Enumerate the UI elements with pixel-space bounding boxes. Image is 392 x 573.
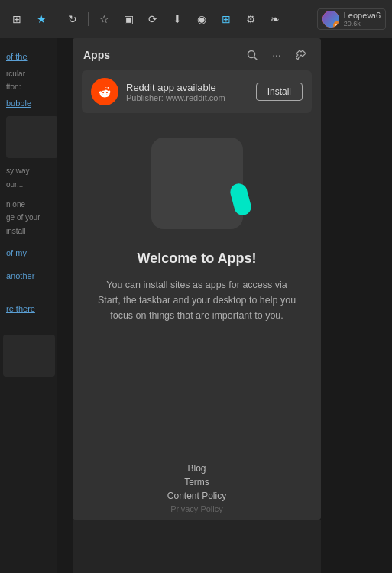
camera-icon[interactable]: ◉ [191,8,212,30]
welcome-description: You can install sites as apps for access… [98,277,296,323]
footer-terms-link[interactable]: Terms [184,477,209,487]
pin-icon[interactable] [292,46,310,64]
sidebar-link-4[interactable]: another [6,270,51,283]
illustration-pill [228,182,252,217]
history-icon[interactable]: ⟳ [142,8,164,30]
profile-name: Leopeva6 [344,11,381,20]
profile-badge[interactable]: ⚙ Leopeva6 20.6k [317,8,386,30]
apps-header-icons: ··· [243,46,310,64]
sidebar-text-6: ge of your [6,213,40,222]
grid-icon[interactable]: ⊞ [6,8,28,30]
install-button[interactable]: Install [256,83,303,101]
reddit-info: Reddit app available Publisher: www.redd… [126,82,248,102]
sidebar-text-3: sy way [6,167,30,175]
apps-panel: Apps ··· Reddit app avai [73,38,321,520]
extensions-icon[interactable]: ⚙ [240,8,261,30]
favorites-icon[interactable]: ☆ [93,8,115,30]
svg-line-1 [254,57,258,60]
sidebar-text-7: install [6,227,26,235]
sidebar-link-1[interactable]: of the [6,50,51,64]
sidebar-link-5[interactable]: re there [6,303,51,316]
sidebar-image-box-1 [6,116,57,158]
reddit-publisher: Publisher: www.reddit.com [126,93,248,102]
sidebar-text-2: tton: [6,83,21,91]
download-icon[interactable]: ⬇ [167,8,188,30]
sidebar-text-1: rcular [6,70,25,78]
footer-content-policy-link[interactable]: Content Policy [167,490,226,501]
apps-panel-title: Apps [83,49,110,61]
profile-badge-icon: ⚙ [333,21,339,28]
bottom-background [73,520,321,573]
refresh-icon[interactable]: ↻ [62,8,83,30]
welcome-title: Welcome to Apps! [137,251,256,267]
toolbar-separator-2 [88,12,89,26]
sidebar-content: of the rcular tton: bubble sy way our...… [0,38,57,329]
collections-icon[interactable]: ▣ [118,8,139,30]
sidebar-link-3[interactable]: of my [6,247,51,261]
sidebar-text-5: n one [6,200,25,209]
toolbar-separator [57,12,57,26]
apps-icon[interactable]: ⊞ [215,8,237,30]
sidebar-text-4: our... [6,180,23,189]
avatar: ⚙ [322,11,339,28]
star-icon[interactable]: ★ [31,8,52,30]
footer-blog-link[interactable]: Blog [187,463,206,474]
app-illustration [151,138,243,229]
browser-toolbar: ⊞ ★ ↻ ☆ ▣ ⟳ ⬇ ◉ ⊞ ⚙ ❧ ⚙ Leopeva6 20.6k [0,0,392,38]
puzzle-icon[interactable]: ❧ [264,8,286,30]
sidebar-link-2[interactable]: bubble [6,97,51,111]
sidebar-bottom-box [3,335,55,377]
apps-header: Apps ··· [73,38,321,70]
reddit-banner: Reddit app available Publisher: www.redd… [82,70,312,113]
reddit-app-name: Reddit app available [126,82,248,93]
search-icon[interactable] [243,46,261,64]
reddit-icon [91,78,118,105]
footer-privacy-link[interactable]: Privacy Policy [170,504,222,513]
apps-footer: Blog Terms Content Policy Privacy Policy [73,454,321,520]
sidebar: of the rcular tton: bubble sy way our...… [0,38,57,573]
profile-count: 20.6k [344,20,381,28]
more-icon[interactable]: ··· [267,46,286,64]
